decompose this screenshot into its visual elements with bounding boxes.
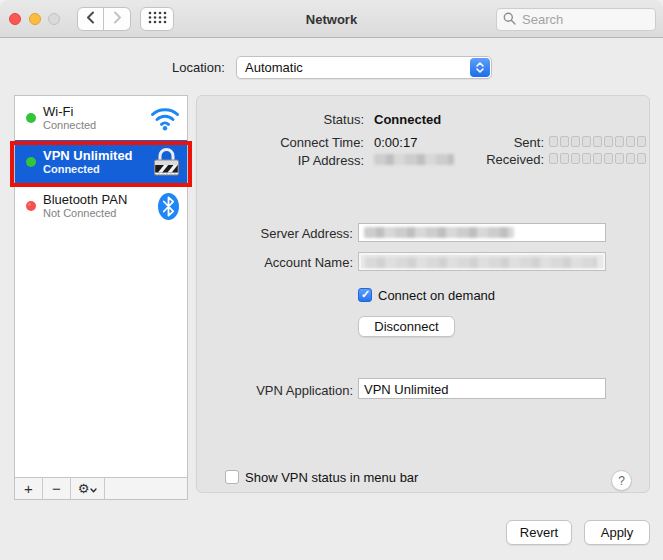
received-activity-gauge [549,153,646,164]
search-icon [503,11,516,29]
status-dot-red [26,201,36,211]
sent-activity-gauge [549,136,646,147]
server-address-redacted [364,227,514,238]
interface-name: Wi-Fi [43,104,150,119]
chevron-down-icon [90,481,97,496]
location-popup[interactable]: Automatic [236,56,492,79]
zoom-button-disabled [48,13,60,25]
search-input[interactable] [520,11,644,28]
interface-status: Not Connected [43,207,157,220]
disconnect-button[interactable]: Disconnect [358,316,455,337]
server-address-field[interactable] [358,223,606,242]
search-field[interactable] [496,8,656,31]
interface-list: Wi-Fi Connected VPN Unlimited Connected [14,95,188,500]
gear-icon: ⚙ [78,481,90,496]
connect-on-demand-checkbox[interactable] [358,288,372,302]
chevron-left-icon [86,10,95,28]
sidebar-item-wifi[interactable]: Wi-Fi Connected [15,96,187,140]
show-vpn-status-label: Show VPN status in menu bar [245,470,418,485]
show-all-button[interactable] [140,7,174,31]
vpn-detail-panel: Status: Connected Connect Time: 0:00:17 … [196,95,650,493]
interface-status: Connected [43,119,150,132]
network-preferences-window: Network Location: Automatic Wi-Fi Connec… [0,0,663,560]
bluetooth-icon [157,192,180,221]
status-label: Status: [197,112,364,127]
interface-name: Bluetooth PAN [43,192,157,207]
revert-button-label: Revert [520,525,558,540]
add-interface-button[interactable]: + [15,478,43,499]
apply-button[interactable]: Apply [584,520,650,545]
server-address-label: Server Address: [197,226,353,241]
revert-button[interactable]: Revert [506,520,572,545]
help-button-label: ? [618,474,625,488]
vpn-application-value: VPN Unlimited [359,379,605,397]
sidebar-footer: + − ⚙ [15,477,187,499]
vpn-lock-icon [153,146,180,179]
account-name-label: Account Name: [197,255,353,270]
close-button[interactable] [9,13,21,25]
action-gear-button[interactable]: ⚙ [71,478,105,499]
account-name-redacted [365,257,597,268]
location-value: Automatic [237,60,470,75]
connect-on-demand-label: Connect on demand [378,288,495,303]
disconnect-button-label: Disconnect [374,319,438,334]
received-label: Received: [197,152,544,167]
help-button[interactable]: ? [611,470,632,491]
account-name-field[interactable] [358,252,606,271]
interface-name: VPN Unlimited [43,148,153,163]
apply-button-label: Apply [601,525,634,540]
status-dot-green [26,113,36,123]
back-button[interactable] [77,7,104,31]
wifi-icon [150,105,180,131]
interface-status: Connected [43,163,153,176]
forward-button[interactable] [104,7,131,31]
titlebar: Network [0,0,663,38]
vpn-application-field[interactable]: VPN Unlimited [358,378,606,399]
remove-interface-button[interactable]: − [43,478,71,499]
sidebar-item-vpn-unlimited[interactable]: VPN Unlimited Connected [15,140,187,184]
chevron-right-icon [113,10,122,28]
sidebar-item-bluetooth-pan[interactable]: Bluetooth PAN Not Connected [15,184,187,228]
status-value: Connected [374,112,441,127]
status-dot-green [26,157,36,167]
minimize-button[interactable] [29,13,41,25]
sent-label: Sent: [197,135,544,150]
nav-buttons [77,7,131,31]
show-vpn-status-checkbox[interactable] [225,470,239,484]
vpn-application-label: VPN Application: [197,383,353,398]
grid-icon [148,10,167,28]
popup-stepper-icon [470,58,490,77]
location-label: Location: [172,60,225,75]
